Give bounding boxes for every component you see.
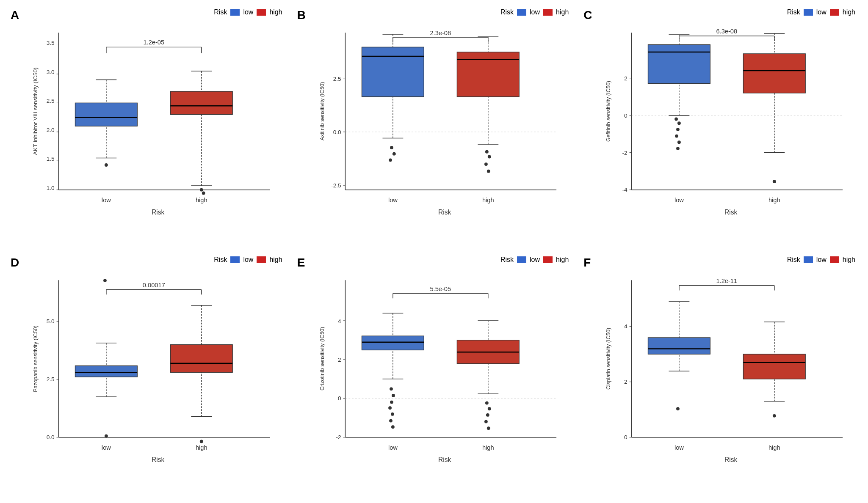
chart-svg-E: -2 0 2 4 Crizotinib sensitivity (IC50) l… <box>316 260 565 482</box>
panel-A: A Risk low high 1.0 1.5 2.0 2.5 3.0 3.5 <box>4 4 291 252</box>
svg-point-98 <box>677 140 681 144</box>
svg-text:6.3e-08: 6.3e-08 <box>716 28 738 35</box>
svg-text:Cisplatin sensitivity (IC50): Cisplatin sensitivity (IC50) <box>605 327 611 389</box>
panel-C: C Risk low high -4 -2 0 2 Gefitinib sens… <box>577 4 864 252</box>
svg-point-165 <box>390 400 393 404</box>
svg-point-129 <box>103 279 107 282</box>
svg-text:high: high <box>482 444 494 451</box>
panel-E: E Risk low high -2 0 2 4 Crizotinib sens… <box>291 252 578 499</box>
svg-point-179 <box>484 420 488 423</box>
panel-label-C: C <box>583 8 592 22</box>
svg-text:3.0: 3.0 <box>47 69 55 75</box>
chart-svg-F: 0 2 4 Cisplatin sensitivity (IC50) low h… <box>603 260 851 482</box>
svg-point-31 <box>200 188 203 192</box>
legend-E: Risk low high <box>500 256 569 264</box>
legend-B: Risk low high <box>500 8 569 16</box>
svg-text:Axitinib sensitivity (IC50): Axitinib sensitivity (IC50) <box>318 82 325 140</box>
svg-point-94 <box>674 118 678 121</box>
svg-text:4: 4 <box>624 323 628 329</box>
svg-text:0: 0 <box>338 395 341 401</box>
svg-text:Risk: Risk <box>724 209 738 216</box>
svg-point-106 <box>773 180 776 183</box>
svg-text:3.5: 3.5 <box>47 40 55 46</box>
legend-blue-C <box>804 9 813 16</box>
panel-B: B Risk low high -2.5 0.0 2.5 Axitinib se… <box>291 4 578 252</box>
svg-text:low: low <box>674 197 684 203</box>
legend-F: Risk low high <box>787 256 855 264</box>
svg-text:1.5: 1.5 <box>47 156 55 162</box>
svg-rect-127 <box>75 366 138 377</box>
svg-point-167 <box>391 412 394 416</box>
svg-text:2.5: 2.5 <box>47 376 55 382</box>
chart-grid: A Risk low high 1.0 1.5 2.0 2.5 3.0 3.5 <box>0 0 868 503</box>
svg-text:low: low <box>102 444 111 451</box>
svg-rect-29 <box>170 91 232 115</box>
svg-text:0: 0 <box>624 113 628 119</box>
svg-text:high: high <box>196 197 207 203</box>
svg-text:-4: -4 <box>622 187 628 193</box>
svg-text:2.5: 2.5 <box>47 98 55 104</box>
svg-text:0.0: 0.0 <box>333 129 341 135</box>
svg-point-203 <box>676 407 680 410</box>
panel-label-A: A <box>11 8 19 22</box>
panel-F: F Risk low high 0 2 4 Cisplatin sensitiv… <box>577 252 864 499</box>
chart-svg-B: -2.5 0.0 2.5 Axitinib sensitivity (IC50)… <box>316 13 565 235</box>
legend-blue-E <box>517 256 526 263</box>
svg-text:Risk: Risk <box>152 209 165 216</box>
svg-point-176 <box>485 401 489 404</box>
legend-red-E <box>543 256 553 263</box>
svg-point-95 <box>677 121 681 125</box>
svg-rect-63 <box>457 52 519 97</box>
svg-text:Risk: Risk <box>152 456 165 463</box>
svg-text:high: high <box>768 197 780 203</box>
svg-text:0: 0 <box>624 434 628 440</box>
svg-text:0.00017: 0.00017 <box>143 281 165 288</box>
legend-red-F <box>830 256 839 263</box>
svg-text:5.5e-05: 5.5e-05 <box>430 285 451 292</box>
svg-text:1.0: 1.0 <box>47 185 55 191</box>
panel-label-F: F <box>583 256 591 269</box>
svg-point-99 <box>676 147 680 150</box>
svg-rect-92 <box>648 44 710 83</box>
svg-text:Risk: Risk <box>724 456 738 463</box>
svg-point-166 <box>388 406 392 410</box>
svg-rect-135 <box>170 344 232 372</box>
svg-point-65 <box>485 150 489 154</box>
svg-text:1.2e-05: 1.2e-05 <box>143 39 164 46</box>
svg-point-68 <box>487 170 490 173</box>
svg-point-66 <box>487 155 491 159</box>
legend-red-D <box>257 256 266 263</box>
legend-red-B <box>543 9 553 16</box>
svg-text:2: 2 <box>624 378 628 385</box>
svg-rect-54 <box>362 47 424 96</box>
svg-text:2: 2 <box>338 356 341 363</box>
svg-text:-2.5: -2.5 <box>331 182 341 189</box>
legend-C: Risk low high <box>787 8 855 16</box>
svg-point-96 <box>676 128 680 131</box>
svg-point-58 <box>389 158 392 162</box>
svg-text:-2: -2 <box>622 150 628 156</box>
legend-A: Risk low high <box>214 8 282 16</box>
svg-text:Gefitinib sensitivity (IC50): Gefitinib sensitivity (IC50) <box>605 81 611 142</box>
panel-label-D: D <box>11 256 19 269</box>
svg-rect-22 <box>75 103 138 126</box>
svg-text:low: low <box>388 444 398 451</box>
svg-point-130 <box>105 434 108 437</box>
svg-text:low: low <box>674 444 684 451</box>
svg-point-163 <box>390 387 393 390</box>
svg-point-169 <box>391 425 395 429</box>
svg-rect-104 <box>744 54 806 93</box>
svg-text:2.5: 2.5 <box>333 76 341 82</box>
svg-text:2.3e-08: 2.3e-08 <box>430 30 451 36</box>
svg-text:low: low <box>388 197 398 203</box>
legend-blue-A <box>230 9 240 16</box>
svg-point-177 <box>487 407 491 410</box>
svg-point-178 <box>486 413 489 416</box>
svg-text:-2: -2 <box>336 434 341 440</box>
svg-text:2: 2 <box>624 75 628 82</box>
legend-blue-B <box>517 9 526 16</box>
svg-text:1.2e-11: 1.2e-11 <box>716 277 738 284</box>
svg-text:low: low <box>102 197 111 203</box>
svg-point-210 <box>773 414 776 417</box>
svg-text:Crizotinib sensitivity (IC50): Crizotinib sensitivity (IC50) <box>318 327 325 390</box>
